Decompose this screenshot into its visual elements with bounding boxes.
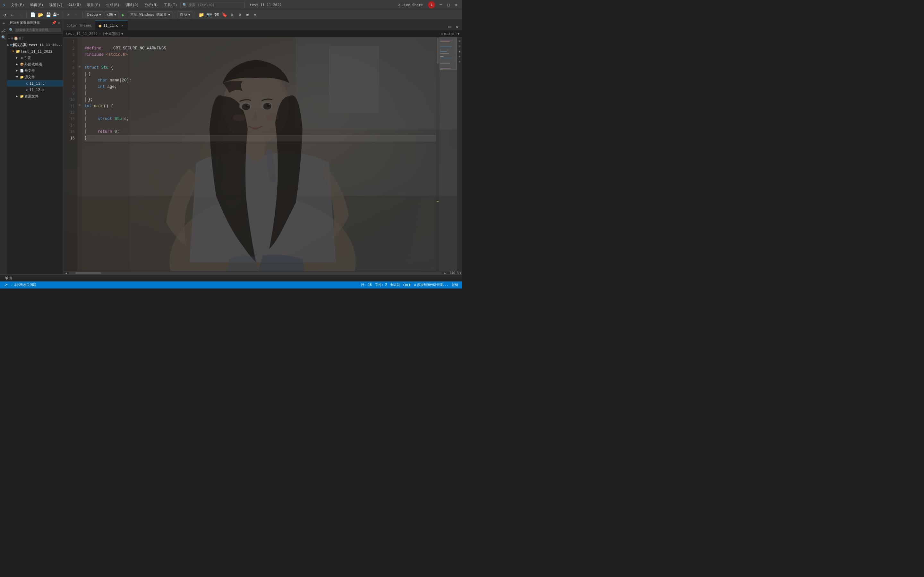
h-scroll-right-icon[interactable]: ▶: [443, 271, 447, 275]
platform-dropdown[interactable]: x86 ▼: [105, 11, 118, 18]
tool2-button[interactable]: ⊡: [236, 11, 243, 18]
menu-debug[interactable]: 调试(D): [123, 2, 142, 8]
fold-btn-11[interactable]: ⊟: [78, 102, 82, 108]
back-button[interactable]: ←: [9, 11, 16, 18]
live-share-button[interactable]: ↗ Live Share: [396, 2, 425, 8]
activity-search[interactable]: 🔍: [1, 35, 6, 40]
rp-btn-1[interactable]: ⊞: [457, 39, 462, 43]
debugger-dropdown[interactable]: 本地 Windows 调试器 ▼: [128, 11, 172, 18]
editor-vertical-scrollbar[interactable]: [436, 37, 439, 271]
tree-ext-deps[interactable]: ▶ 📦 外部依赖项: [7, 61, 63, 67]
tree-sources[interactable]: ▼ 📁 源文件: [7, 74, 63, 80]
save-button[interactable]: 💾: [45, 11, 52, 18]
maximize-button[interactable]: □: [445, 2, 452, 8]
save-all-button[interactable]: 💾+: [52, 11, 59, 18]
tree-toolbar-icon-2[interactable]: ⊕: [11, 36, 13, 40]
scrollbar-thumb[interactable]: [437, 38, 439, 64]
attach-label: 自动: [180, 12, 187, 17]
rp-btn-5[interactable]: ⊗: [457, 59, 462, 64]
chevron-down-icon-4: ▼: [188, 13, 190, 16]
tree-resources[interactable]: ▶ 📁 资源文件: [7, 93, 63, 99]
undo-button[interactable]: ↶: [65, 11, 72, 18]
tree-project[interactable]: ▼ 📁 test_11_11_2022: [7, 48, 63, 55]
tree-headers[interactable]: ▶ 📄 头文件: [7, 67, 63, 74]
sidebar-pin-icon[interactable]: 📌: [52, 21, 57, 25]
status-col[interactable]: 字符: 2: [374, 282, 389, 288]
menu-view[interactable]: 视图(V): [47, 2, 65, 8]
tree-solution[interactable]: ▶ ⊞ 解决方案'test_11_11_20...: [7, 42, 63, 48]
forward-button[interactable]: →: [17, 11, 24, 18]
tree-toolbar-icon-4[interactable]: ⊞: [19, 36, 21, 40]
menu-git[interactable]: Git(G): [66, 2, 84, 8]
tree-references[interactable]: ▶ ⚙ 引用: [7, 55, 63, 61]
tab-active-file[interactable]: ● 11_11.c ✕: [95, 21, 128, 30]
tab-color-themes[interactable]: Color Themes: [63, 21, 95, 30]
activity-git[interactable]: ⎇: [1, 27, 6, 33]
menu-tools[interactable]: 工具(T): [162, 2, 180, 8]
sidebar-search-icon: 🔍: [9, 28, 13, 32]
camera-button[interactable]: 📷: [205, 11, 212, 18]
redo-button[interactable]: ↷: [73, 11, 79, 18]
menu-project[interactable]: 项目(P): [84, 2, 103, 8]
file1-icon: c: [24, 82, 29, 85]
rp-btn-3[interactable]: ▣: [457, 49, 462, 53]
tree-toolbar-icon-5[interactable]: ⤴: [22, 36, 24, 40]
tabs-split-button[interactable]: ⊡: [446, 23, 453, 30]
chevron-down-scope-icon: ▼: [121, 32, 123, 35]
status-indent[interactable]: 制表符: [389, 282, 401, 288]
tab-close-icon[interactable]: ✕: [120, 23, 124, 28]
tabs-settings-button[interactable]: ⚙: [454, 23, 461, 30]
tool1-button[interactable]: ⊞: [228, 11, 236, 18]
tool3-button[interactable]: ▣: [244, 11, 251, 18]
code-editor[interactable]: 1 2 3 4 5 6 7 8 9 10 11 12 13 14 15 16: [63, 37, 462, 271]
menu-build[interactable]: 生成(B): [103, 2, 122, 8]
line-num-3: 3: [63, 52, 78, 58]
tree-toolbar-icon-1[interactable]: ↩: [8, 36, 11, 40]
sidebar-close-icon[interactable]: ✕: [58, 21, 60, 25]
new-file-button[interactable]: 📄: [29, 11, 36, 18]
panel-tab-output[interactable]: 输出: [3, 275, 15, 282]
code-lines[interactable]: #define _CRT_SECURE_NO_WARNINGS #include…: [82, 37, 436, 271]
h-scroll-track[interactable]: [69, 272, 442, 274]
sidebar-search-input[interactable]: [15, 28, 61, 32]
tree-toolbar-icon-3[interactable]: 🏠: [14, 36, 18, 40]
zoom-arrow-icon[interactable]: ▼: [460, 271, 461, 275]
open-file-button[interactable]: 📂: [37, 11, 44, 18]
fold-btn-5[interactable]: ⊟: [78, 63, 82, 69]
breadcrumb-scope-dropdown[interactable]: (全局范围) ▼: [102, 31, 123, 36]
h-scroll-thumb[interactable]: [75, 272, 101, 274]
status-ready: 就绪: [451, 282, 459, 288]
status-no-errors[interactable]: ✓ 未找到相关问题: [10, 282, 37, 288]
h-scroll-left-icon[interactable]: ◀: [64, 271, 68, 275]
menu-edit[interactable]: 编辑(E): [27, 2, 46, 8]
status-encoding[interactable]: CRLF: [402, 282, 412, 288]
breadcrumb-sep-1: ›: [99, 32, 101, 36]
activity-solution-explorer[interactable]: ≡: [1, 21, 6, 26]
tool4-button[interactable]: ⊕: [252, 11, 258, 18]
refresh-button[interactable]: ↺: [1, 11, 8, 18]
folder-button[interactable]: 📁: [198, 11, 205, 18]
menu-analyze[interactable]: 分析(N): [142, 2, 161, 8]
horizontal-scrollbar[interactable]: ◀ ▶ 146 % ▼: [63, 271, 462, 274]
toolbar-sep-4: [175, 12, 175, 18]
tab-active-file-label: 11_11.c: [103, 23, 118, 27]
status-line[interactable]: 行: 16: [360, 282, 373, 288]
attach-dropdown[interactable]: 自动 ▼: [178, 11, 192, 18]
start-debug-button[interactable]: ▶: [120, 11, 127, 18]
tree-file-11-11[interactable]: c 11_11.c: [7, 80, 63, 87]
menu-file[interactable]: 文件(E): [8, 2, 27, 8]
line-num-8: 8: [63, 84, 78, 90]
tree-file-11-12[interactable]: c 11_12.c: [7, 87, 63, 93]
code-map-button[interactable]: 🗺: [213, 11, 220, 18]
status-source-control[interactable]: ⚙ 添加到源代码管理...: [413, 282, 450, 288]
bookmark-button[interactable]: 🔖: [221, 11, 228, 18]
line-num-5: 5: [63, 64, 78, 71]
close-button[interactable]: ✕: [453, 2, 459, 8]
rp-btn-2[interactable]: ⊡: [457, 44, 462, 48]
status-branch[interactable]: ⎇: [3, 282, 9, 288]
debug-config-dropdown[interactable]: Debug ▼: [85, 11, 103, 18]
breadcrumb-function-dropdown[interactable]: main() ▼: [444, 32, 459, 36]
refs-icon: ⚙: [19, 56, 24, 60]
minimize-button[interactable]: ─: [438, 2, 444, 8]
rp-btn-4[interactable]: ⊕: [457, 54, 462, 59]
